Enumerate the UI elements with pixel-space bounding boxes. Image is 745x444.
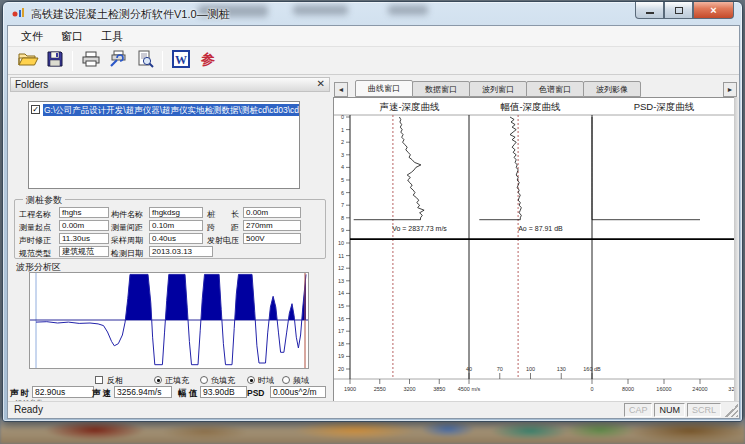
svg-text:4500 m/s: 4500 m/s bbox=[458, 386, 481, 392]
param-input[interactable]: 500V bbox=[243, 233, 301, 244]
print-setup-icon bbox=[107, 49, 129, 73]
positive-fill-label: 正填充 bbox=[165, 375, 189, 386]
svg-text:8: 8 bbox=[341, 215, 344, 221]
close-icon[interactable]: ✕ bbox=[317, 78, 325, 89]
negative-fill-radio[interactable] bbox=[200, 376, 208, 384]
menu-item-1[interactable]: 窗口 bbox=[52, 27, 92, 46]
window-controls: × bbox=[635, 2, 734, 19]
folders-panel: Folders ✕ ✓G:\公司产品设计开发\超声仪器\超声仪实地检测数据\测桩… bbox=[8, 75, 333, 401]
svg-text:8000: 8000 bbox=[622, 386, 634, 392]
amplitude-label: 幅 值 bbox=[178, 388, 197, 400]
status-indicator-num: NUM bbox=[654, 403, 685, 417]
status-indicator-cap: CAP bbox=[624, 403, 653, 417]
param-input[interactable]: fhghs bbox=[59, 207, 109, 218]
toolbar-separator bbox=[72, 51, 73, 71]
param-input[interactable]: 2013.03.13 bbox=[149, 246, 213, 257]
param-label: 桩 长 bbox=[207, 209, 239, 220]
tab-scroll-left-icon[interactable]: ◄ bbox=[334, 82, 348, 97]
negative-fill-label: 负填充 bbox=[211, 375, 235, 386]
depth-chart-2: PSD-深度曲线08000160002400032000 bbox=[590, 101, 735, 392]
svg-text:1: 1 bbox=[341, 127, 344, 133]
titlebar[interactable]: 高铁建设混凝土检测分析软件V1.0—测桩 × bbox=[3, 2, 742, 24]
freq-domain-radio[interactable] bbox=[282, 376, 290, 384]
sound-velocity-label: 声 速 bbox=[92, 388, 111, 400]
chart-panel: ◄ ► 曲线窗口数据窗口波列窗口色谱窗口波列影像 012345678910111… bbox=[333, 75, 739, 401]
sound-velocity-value[interactable]: 3256.94m/s bbox=[114, 386, 172, 398]
svg-text:W: W bbox=[175, 52, 187, 66]
svg-text:14: 14 bbox=[338, 290, 344, 296]
close-button[interactable]: × bbox=[693, 2, 734, 19]
svg-text:24000: 24000 bbox=[692, 386, 707, 392]
status-bar: Ready CAPNUMSCRL bbox=[8, 401, 739, 418]
parameters-button[interactable]: 参 bbox=[194, 49, 221, 73]
status-indicator-scrl: SCRL bbox=[687, 403, 721, 417]
background-smudge bbox=[388, 5, 428, 15]
open-icon bbox=[17, 49, 39, 73]
param-input[interactable]: 270mm bbox=[243, 220, 301, 231]
open-button[interactable] bbox=[14, 49, 41, 73]
param-input[interactable]: 建筑规范 bbox=[59, 246, 109, 257]
depth-charts[interactable]: 01234567891011121314151617181920声速-深度曲线1… bbox=[333, 97, 736, 403]
save-button[interactable] bbox=[41, 49, 68, 73]
parameters-icon: 参 bbox=[198, 49, 218, 73]
svg-text:15: 15 bbox=[338, 303, 344, 309]
client-area: 文件窗口工具 W参 Folders ✕ ✓G:\公司产品设计开发\超声仪器\超声… bbox=[7, 25, 740, 419]
print-setup-button[interactable] bbox=[104, 49, 131, 73]
status-indicators: CAPNUMSCRL bbox=[624, 403, 721, 417]
invert-checkbox[interactable] bbox=[95, 376, 103, 384]
minimize-button[interactable] bbox=[635, 2, 664, 19]
sound-time-value[interactable]: 82.90us bbox=[32, 386, 94, 398]
svg-text:19: 19 bbox=[338, 353, 344, 359]
toolbar: W参 bbox=[8, 47, 739, 75]
tab-1[interactable]: 数据窗口 bbox=[412, 81, 470, 97]
amplitude-value[interactable]: 93.90dB bbox=[200, 386, 247, 398]
param-input[interactable]: 0.00m bbox=[59, 220, 109, 231]
folders-panel-header[interactable]: Folders ✕ bbox=[10, 77, 330, 92]
param-input[interactable]: 0.00m bbox=[243, 207, 301, 218]
positive-fill-radio[interactable] bbox=[154, 376, 162, 384]
time-domain-radio[interactable] bbox=[247, 376, 255, 384]
svg-text:18: 18 bbox=[338, 341, 344, 347]
svg-text:幅值-深度曲线: 幅值-深度曲线 bbox=[500, 101, 561, 112]
svg-text:5: 5 bbox=[341, 177, 344, 183]
param-input[interactable]: 11.30us bbox=[59, 233, 109, 244]
tab-0[interactable]: 曲线窗口 bbox=[355, 80, 413, 97]
svg-text:参: 参 bbox=[200, 51, 215, 67]
svg-text:13: 13 bbox=[338, 278, 344, 284]
tab-2[interactable]: 波列窗口 bbox=[469, 81, 527, 97]
param-input[interactable]: fhgkdsg bbox=[149, 207, 203, 218]
file-list-item[interactable]: ✓G:\公司产品设计开发\超声仪器\超声仪实地检测数据\测桩cd\cd03\cd… bbox=[31, 103, 299, 116]
file-checkbox[interactable]: ✓ bbox=[31, 105, 40, 114]
waveform-svg bbox=[30, 273, 308, 368]
psd-value[interactable]: 0.00us^2/m bbox=[270, 386, 326, 398]
maximize-button[interactable] bbox=[664, 2, 693, 19]
word-export-icon: W bbox=[171, 49, 191, 73]
pile-params-title: 测桩参数 bbox=[23, 194, 65, 207]
app-window: 高铁建设混凝土检测分析软件V1.0—测桩 × 文件窗口工具 W参 Folders… bbox=[2, 1, 743, 422]
menu-item-0[interactable]: 文件 bbox=[12, 27, 52, 46]
print-preview-button[interactable] bbox=[131, 49, 158, 73]
svg-text:3200: 3200 bbox=[403, 386, 415, 392]
dock-area: Folders ✕ ✓G:\公司产品设计开发\超声仪器\超声仪实地检测数据\测桩… bbox=[8, 75, 739, 401]
file-list[interactable]: ✓G:\公司产品设计开发\超声仪器\超声仪实地检测数据\测桩cd\cd03\cd… bbox=[28, 101, 300, 189]
svg-text:100: 100 bbox=[526, 366, 535, 372]
desktop: { "window": { "title": "高铁建设混凝土检测分析软件V1.… bbox=[0, 0, 745, 444]
param-input[interactable]: 0.10m bbox=[149, 220, 203, 231]
tab-scroll-right-icon[interactable]: ► bbox=[723, 82, 737, 97]
tab-4[interactable]: 波列影像 bbox=[583, 81, 641, 97]
resize-grip[interactable] bbox=[725, 404, 738, 417]
svg-text:Vo = 2837.73 m/s: Vo = 2837.73 m/s bbox=[392, 225, 447, 232]
print-button[interactable] bbox=[77, 49, 104, 73]
invert-label: 反相 bbox=[107, 375, 123, 386]
param-input[interactable]: 0.40us bbox=[149, 233, 203, 244]
svg-text:20: 20 bbox=[338, 366, 344, 372]
waveform-plot[interactable] bbox=[29, 272, 309, 369]
menu-item-2[interactable]: 工具 bbox=[92, 27, 132, 46]
svg-text:11: 11 bbox=[338, 253, 344, 259]
word-export-button[interactable]: W bbox=[167, 49, 194, 73]
app-icon bbox=[11, 6, 27, 20]
svg-text:0: 0 bbox=[590, 386, 593, 392]
svg-text:2550: 2550 bbox=[374, 386, 386, 392]
tab-3[interactable]: 色谱窗口 bbox=[526, 81, 584, 97]
svg-text:3850: 3850 bbox=[433, 386, 445, 392]
